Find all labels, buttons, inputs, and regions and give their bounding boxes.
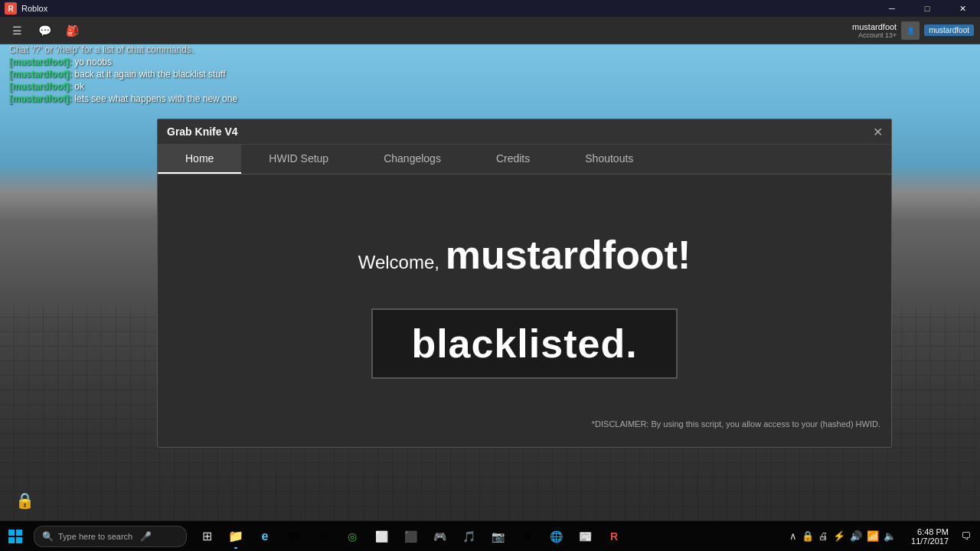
win-logo-br	[16, 537, 22, 543]
notification-button[interactable]: 🗨	[958, 530, 974, 542]
toolbar: ☰ 💬 🎒 mustardfoot Account 13+ 👤 mustardf…	[0, 17, 980, 44]
mic-icon: 🎤	[140, 531, 152, 542]
win-logo-bl	[8, 537, 15, 543]
blacklisted-box: blacklisted.	[371, 308, 677, 379]
title-bar-controls: ─ □ ✕	[874, 0, 980, 17]
chat-username-3: [mustardfoot]:	[9, 81, 72, 92]
minimize-button[interactable]: ─	[874, 0, 910, 17]
taskbar-app-4[interactable]: 🎵	[455, 523, 482, 550]
taskbar-app-8[interactable]: 📰	[571, 523, 599, 550]
chat-overlay: Chat '/?' or '/help' for a list of chat …	[9, 44, 285, 106]
chat-username-4: [mustardfoot]:	[9, 93, 72, 104]
taskbar-app-7[interactable]: 🌐	[542, 523, 570, 550]
system-tray: ∧ 🔒 🖨 ⚡ 🔊 📶 🔈	[783, 530, 902, 542]
welcome-large: mustardfoot!	[446, 233, 691, 277]
taskbar-search[interactable]: 🔍 Type here to search 🎤	[34, 526, 187, 547]
chat-line-2: [mustardfoot]: back at it again with the…	[9, 69, 285, 80]
tab-credits[interactable]: Credits	[469, 145, 557, 174]
title-bar-left: R Roblox	[0, 2, 47, 15]
windows-logo	[8, 530, 22, 543]
blacklisted-text: blacklisted.	[411, 321, 637, 366]
bag-icon: 🎒	[66, 24, 79, 37]
maximize-button[interactable]: □	[910, 0, 945, 17]
tab-changelogs[interactable]: Changelogs	[356, 145, 469, 174]
chat-message-4: lets see what happens with the new one	[74, 93, 237, 104]
title-bar-text: Roblox	[21, 4, 47, 13]
taskbar-app-fileexplorer[interactable]: 📁	[222, 523, 250, 550]
user-info: mustardfoot Account 13+	[852, 22, 897, 39]
tray-icon-volume[interactable]: 🔈	[884, 530, 896, 542]
gui-header: Grab Knife V4 ✕	[158, 119, 891, 145]
user-badge[interactable]: mustardfoot	[924, 24, 974, 36]
chat-line-4: [mustardfoot]: lets see what happens wit…	[9, 93, 285, 104]
taskview-button[interactable]: ⊞	[193, 523, 220, 550]
security-icon: 🔒	[15, 491, 38, 514]
clock-time: 6:48 PM	[917, 527, 949, 536]
taskbar-app-edge[interactable]: e	[251, 523, 279, 550]
avatar-icon: 👤	[906, 27, 915, 34]
taskbar-app-1[interactable]: ⬜	[368, 523, 395, 550]
chat-system-message: Chat '/?' or '/help' for a list of chat …	[9, 44, 285, 55]
chat-message-3: ok	[74, 81, 84, 92]
gui-content: Welcome, mustardfoot! blacklisted. *DISC…	[158, 174, 891, 436]
roblox-icon: R	[5, 2, 17, 15]
clock-date: 11/7/2017	[911, 536, 949, 546]
tray-up-icon[interactable]: ∧	[789, 530, 797, 542]
taskbar-app-chrome[interactable]: ◎	[338, 523, 366, 550]
tray-icon-wifi[interactable]: 📶	[867, 530, 879, 542]
start-button[interactable]	[0, 521, 31, 552]
title-bar: R Roblox ─ □ ✕	[0, 0, 980, 17]
taskbar-app-6[interactable]: ⚙	[513, 523, 541, 550]
taskbar-app-2[interactable]: ⬛	[397, 523, 424, 550]
gui-close-button[interactable]: ✕	[870, 124, 885, 139]
menu-button[interactable]: ☰	[6, 20, 28, 41]
taskbar-app-mail[interactable]: ✉	[309, 523, 337, 550]
taskbar-clock[interactable]: 6:48 PM 11/7/2017	[905, 527, 955, 546]
chat-message-1: yo noobs	[74, 57, 112, 67]
taskbar-app-3[interactable]: 🎮	[426, 523, 453, 550]
taskbar-app-5[interactable]: 📷	[484, 523, 511, 550]
welcome-text: Welcome, mustardfoot!	[358, 232, 691, 278]
tab-shoutouts[interactable]: Shoutouts	[557, 145, 661, 174]
gui-dialog: Grab Knife V4 ✕ Home HWID Setup Changelo…	[157, 119, 892, 448]
disclaimer-text: *DISCLAIMER: By using this script, you a…	[592, 419, 880, 429]
tab-hwid[interactable]: HWID Setup	[241, 145, 356, 174]
user-sub: Account 13+	[852, 31, 897, 39]
chat-icon: 💬	[38, 24, 51, 37]
taskbar-app-roblox[interactable]: R	[600, 523, 628, 550]
toolbar-user: mustardfoot Account 13+ 👤 mustardfoot	[852, 21, 974, 40]
taskbar-apps: ⊞ 📁 e 🛍 ✉ ◎ ⬜ ⬛ 🎮 🎵 📷 ⚙ 🌐 📰 R	[193, 523, 628, 550]
chat-username-2: [mustardfoot]:	[9, 69, 72, 80]
win-logo-tl	[8, 530, 15, 536]
tray-icon-1[interactable]: 🔒	[802, 530, 814, 542]
bag-button[interactable]: 🎒	[61, 20, 83, 41]
taskbar: 🔍 Type here to search 🎤 ⊞ 📁 e 🛍 ✉ ◎ ⬜ ⬛ …	[0, 520, 980, 551]
taskbar-app-store[interactable]: 🛍	[280, 523, 308, 550]
window-close-button[interactable]: ✕	[945, 0, 980, 17]
chat-line-1: [mustardfoot]: yo noobs	[9, 57, 285, 67]
taskbar-right: ∧ 🔒 🖨 ⚡ 🔊 📶 🔈 6:48 PM 11/7/2017 🗨	[783, 527, 980, 546]
tray-icon-2[interactable]: 🖨	[818, 530, 828, 542]
chat-button[interactable]: 💬	[34, 20, 55, 41]
user-name: mustardfoot	[852, 22, 897, 31]
search-icon: 🔍	[42, 531, 54, 542]
welcome-small: Welcome,	[358, 252, 439, 272]
search-placeholder: Type here to search	[58, 532, 132, 541]
chat-username-1: [mustardfoot]:	[9, 57, 72, 67]
gui-tabs: Home HWID Setup Changelogs Credits Shout…	[158, 145, 891, 174]
win-logo-tr	[16, 530, 22, 536]
chat-line-3: [mustardfoot]: ok	[9, 81, 285, 92]
menu-icon: ☰	[12, 24, 22, 37]
user-avatar: 👤	[901, 21, 920, 40]
tray-icon-3[interactable]: ⚡	[833, 530, 845, 542]
chat-message-2: back at it again with the blacklist stuf…	[74, 69, 225, 80]
tray-icon-4[interactable]: 🔊	[850, 530, 862, 542]
tab-home[interactable]: Home	[158, 145, 241, 174]
gui-title: Grab Knife V4	[167, 126, 238, 138]
